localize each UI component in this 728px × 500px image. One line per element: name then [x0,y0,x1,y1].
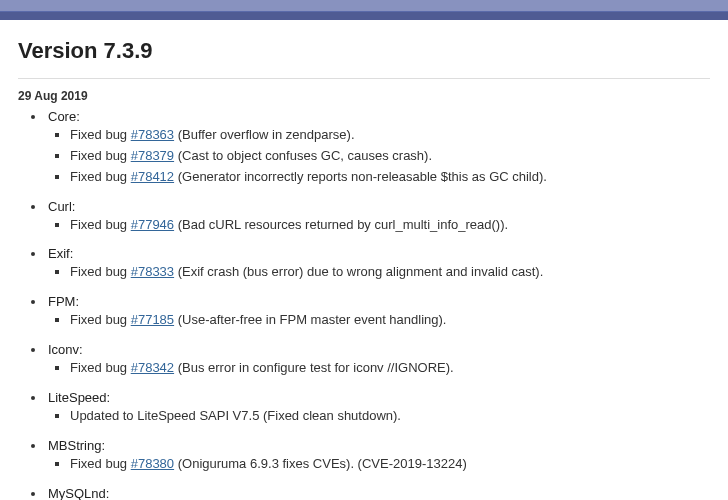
module-item: Curl:Fixed bug #77946 (Bad cURL resource… [46,199,710,235]
module-item: Core:Fixed bug #78363 (Buffer overflow i… [46,109,710,187]
fixed-bug-prefix: Fixed bug [70,264,131,279]
module-name: Exif: [48,246,73,261]
change-description: (Cast to object confuses GC, causes cras… [174,148,432,163]
fixed-bug-prefix: Fixed bug [70,148,131,163]
nav-band [0,12,728,20]
module-changes: Fixed bug #78333 (Exif crash (bus error)… [48,263,710,282]
change-description: (Use-after-free in FPM master event hand… [174,312,446,327]
module-item: LiteSpeed:Updated to LiteSpeed SAPI V7.5… [46,390,710,426]
change-description: (Exif crash (bus error) due to wrong ali… [174,264,543,279]
bug-link[interactable]: #77185 [131,312,174,327]
change-description: (Bus error in configure test for iconv /… [174,360,454,375]
fixed-bug-prefix: Fixed bug [70,169,131,184]
fixed-bug-prefix: Fixed bug [70,312,131,327]
change-description: Updated to LiteSpeed SAPI V7.5 (Fixed cl… [70,408,401,423]
module-item: FPM:Fixed bug #77185 (Use-after-free in … [46,294,710,330]
change-description: (Bad cURL resources returned by curl_mul… [174,217,508,232]
change-item: Fixed bug #78412 (Generator incorrectly … [70,168,710,187]
fixed-bug-prefix: Fixed bug [70,217,131,232]
bug-link[interactable]: #78342 [131,360,174,375]
module-name: Core: [48,109,80,124]
change-item: Fixed bug #77185 (Use-after-free in FPM … [70,311,710,330]
change-item: Fixed bug #78363 (Buffer overflow in zen… [70,126,710,145]
fixed-bug-prefix: Fixed bug [70,360,131,375]
bug-link[interactable]: #78333 [131,264,174,279]
top-band [0,0,728,12]
module-item: MBString:Fixed bug #78380 (Oniguruma 6.9… [46,438,710,474]
change-item: Updated to LiteSpeed SAPI V7.5 (Fixed cl… [70,407,710,426]
module-changes: Fixed bug #78342 (Bus error in configure… [48,359,710,378]
module-name: FPM: [48,294,79,309]
module-name: MBString: [48,438,105,453]
change-item: Fixed bug #78333 (Exif crash (bus error)… [70,263,710,282]
change-description: (Buffer overflow in zendparse). [174,127,354,142]
bug-link[interactable]: #78363 [131,127,174,142]
module-changes: Fixed bug #77946 (Bad cURL resources ret… [48,216,710,235]
change-item: Fixed bug #78379 (Cast to object confuse… [70,147,710,166]
fixed-bug-prefix: Fixed bug [70,456,131,471]
version-heading: Version 7.3.9 [18,38,710,64]
change-item: Fixed bug #78380 (Oniguruma 6.9.3 fixes … [70,455,710,474]
module-name: LiteSpeed: [48,390,110,405]
bug-link[interactable]: #78412 [131,169,174,184]
module-item: MySQLnd:Fixed bug #78179 (MariaDB server… [46,486,710,500]
module-name: Curl: [48,199,75,214]
bug-link[interactable]: #77946 [131,217,174,232]
change-item: Fixed bug #77946 (Bad cURL resources ret… [70,216,710,235]
change-description: (Generator incorrectly reports non-relea… [174,169,547,184]
bug-link[interactable]: #78380 [131,456,174,471]
module-changes: Updated to LiteSpeed SAPI V7.5 (Fixed cl… [48,407,710,426]
module-item: Iconv:Fixed bug #78342 (Bus error in con… [46,342,710,378]
module-changes: Fixed bug #77185 (Use-after-free in FPM … [48,311,710,330]
change-item: Fixed bug #78342 (Bus error in configure… [70,359,710,378]
content-area: Version 7.3.9 29 Aug 2019 Core:Fixed bug… [0,20,728,500]
modules-list: Core:Fixed bug #78363 (Buffer overflow i… [24,109,710,500]
module-changes: Fixed bug #78363 (Buffer overflow in zen… [48,126,710,187]
module-name: MySQLnd: [48,486,109,500]
module-name: Iconv: [48,342,83,357]
divider [18,78,710,79]
change-description: (Oniguruma 6.9.3 fixes CVEs). (CVE-2019-… [174,456,467,471]
module-item: Exif:Fixed bug #78333 (Exif crash (bus e… [46,246,710,282]
module-changes: Fixed bug #78380 (Oniguruma 6.9.3 fixes … [48,455,710,474]
fixed-bug-prefix: Fixed bug [70,127,131,142]
bug-link[interactable]: #78379 [131,148,174,163]
release-date: 29 Aug 2019 [18,89,710,103]
